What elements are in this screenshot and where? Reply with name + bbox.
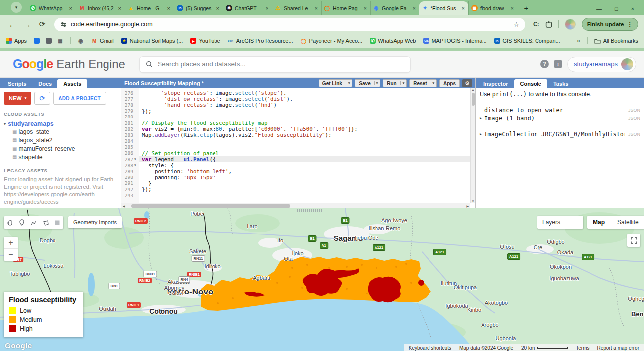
browser-tab[interactable]: ✆WhatsApp× xyxy=(27,1,76,15)
asset-item[interactable]: ▦shapefile xyxy=(12,153,117,161)
map-canvas[interactable] xyxy=(0,208,644,351)
tab-close-icon[interactable]: × xyxy=(166,5,171,11)
code-line[interactable]: }); xyxy=(139,186,470,192)
console-entry[interactable]: ▸ImageCollection JRC/GSW1_0/MonthlyHisto… xyxy=(480,130,640,138)
layers-button[interactable]: Layers xyxy=(537,216,583,229)
scroll-left-icon[interactable]: ◀ xyxy=(123,204,125,208)
bookmark-item[interactable]: ▶YouTube xyxy=(190,38,220,44)
tab-search-icon[interactable]: ▾ xyxy=(11,2,22,13)
account-menu[interactable]: studyareamaps xyxy=(567,57,636,72)
scroll-down-icon[interactable]: ▼ xyxy=(472,200,475,203)
bookmark-item[interactable]: ◯Payoneer - My Acco... xyxy=(301,38,363,44)
code-line[interactable]: }); xyxy=(139,108,470,114)
code-line[interactable]: // Set position of panel xyxy=(139,150,470,156)
map-viewport[interactable]: PobèIlaroIfoIjokoOtaSagamuIlishan-RemoAg… xyxy=(0,208,644,351)
tab-console[interactable]: Console xyxy=(514,79,547,88)
apps-shortcut[interactable]: Apps xyxy=(6,38,27,44)
report-map-error-link[interactable]: Report a map error xyxy=(597,345,639,351)
browser-tab[interactable]: ◉Google Ea× xyxy=(370,1,419,15)
code-area[interactable]: 'slope_reclass': image.select('slope'), … xyxy=(139,88,470,208)
tab-assets[interactable]: Assets xyxy=(57,79,87,88)
tab-close-icon[interactable]: × xyxy=(265,5,269,11)
rectangle-tool-icon[interactable] xyxy=(52,216,63,229)
bookmark-item[interactable]: MGmail xyxy=(91,38,114,44)
pan-tool-icon[interactable] xyxy=(4,216,16,229)
browser-tab[interactable]: ◯Home Pag× xyxy=(321,1,370,15)
minimize-icon[interactable]: — xyxy=(596,6,602,12)
code-line[interactable]: 'dist_ow_reclass': image.select('dist'), xyxy=(139,96,470,102)
tab-scripts[interactable]: Scripts xyxy=(2,79,32,88)
extensions-icon[interactable] xyxy=(545,21,552,28)
url-text[interactable]: code.earthengine.google.com xyxy=(71,21,509,28)
code-line[interactable]: var legend = ui.Panel({ xyxy=(139,156,470,162)
browser-tab[interactable]: ▦flood.draw× xyxy=(468,1,517,15)
reset-button[interactable]: Reset▾ xyxy=(409,79,437,87)
tab-close-icon[interactable]: × xyxy=(117,5,122,11)
maximize-icon[interactable]: □ xyxy=(615,6,618,12)
point-tool-icon[interactable] xyxy=(16,216,28,229)
bookmark-item[interactable]: ★National Soil Maps (... xyxy=(121,38,183,44)
help-icon[interactable]: ? xyxy=(540,60,549,68)
browser-tab[interactable]: ⚠Shared Le× xyxy=(272,1,321,15)
code-line[interactable]: // Display the flood susceptibility map xyxy=(139,120,470,126)
browser-tab[interactable]: MInbox (45,2× xyxy=(76,1,125,15)
tab-close-icon[interactable]: × xyxy=(68,5,73,11)
tab-close-icon[interactable]: × xyxy=(215,5,220,11)
pinned-shortcut[interactable] xyxy=(34,38,40,44)
all-bookmarks-button[interactable]: All Bookmarks xyxy=(594,38,638,44)
get-link-button[interactable]: Get Link▾ xyxy=(319,79,353,87)
browser-tab[interactable]: ✱ChatGPT× xyxy=(223,1,272,15)
save-button[interactable]: Save▾ xyxy=(355,79,380,87)
run-button[interactable]: Run▾ xyxy=(383,79,407,87)
account-avatar[interactable] xyxy=(621,58,633,70)
console-entry[interactable]: distance to open waterJSON xyxy=(480,106,640,114)
tab-inspector[interactable]: Inspector xyxy=(478,79,514,88)
map-type-satellite[interactable]: Satellite xyxy=(611,216,644,229)
geometry-imports-button[interactable]: Geometry Imports xyxy=(68,216,122,228)
tune-icon[interactable] xyxy=(60,21,67,28)
asset-item[interactable]: ▦lagos_state2 xyxy=(12,136,117,144)
horizontal-scroll-thumb[interactable] xyxy=(131,204,290,208)
reload-icon[interactable]: ⟳ xyxy=(36,18,49,31)
code-line[interactable]: } xyxy=(139,180,470,186)
new-asset-button[interactable]: NEW ▾ xyxy=(4,92,31,105)
editor-settings-button[interactable]: ⚙ xyxy=(462,79,472,87)
refresh-assets-button[interactable]: ⟳ xyxy=(34,92,50,105)
add-project-button[interactable]: ADD A PROJECT xyxy=(53,92,106,105)
asset-item[interactable]: ▦lagos_state xyxy=(12,127,117,136)
code-line[interactable]: 'slope_reclass': image.select('slope'), xyxy=(139,90,470,96)
fold-icon[interactable]: ▾ xyxy=(134,163,139,167)
finish-update-button[interactable]: Finish update ⋮ xyxy=(582,18,638,31)
expand-icon[interactable]: ▸ xyxy=(480,132,484,136)
expand-icon[interactable]: ▸ xyxy=(480,116,484,120)
fullscreen-button[interactable] xyxy=(627,234,640,247)
dropdown-icon[interactable]: ▾ xyxy=(374,81,380,85)
scroll-up-icon[interactable]: ▲ xyxy=(472,88,475,91)
code-line[interactable]: position: 'bottom-left', xyxy=(139,168,470,174)
dropdown-icon[interactable]: ▾ xyxy=(430,81,436,85)
zoom-in-button[interactable]: + xyxy=(4,237,18,249)
console-entry[interactable]: ▸Image (1 band)JSON xyxy=(480,114,640,122)
tab-close-icon[interactable]: × xyxy=(314,5,319,11)
code-line[interactable]: var vis2 = {min:0, max:80, palette:['c00… xyxy=(139,126,470,132)
code-line[interactable] xyxy=(139,138,470,144)
browser-tab[interactable]: in(5) Sugges× xyxy=(174,1,223,15)
bookmark-item[interactable]: GISMAPTOGIS - Interna... xyxy=(423,38,486,44)
pinned-shortcut[interactable]: ▦ xyxy=(57,38,63,44)
tree-caret-icon[interactable]: ▾ xyxy=(4,122,6,126)
tab-close-icon[interactable]: × xyxy=(510,5,515,11)
asset-item[interactable]: ▦mamuForest_reserve xyxy=(12,144,117,153)
back-icon[interactable]: ← xyxy=(6,18,19,31)
pinned-shortcut[interactable] xyxy=(46,38,52,44)
bookmark-item[interactable]: ◉ xyxy=(78,38,84,44)
close-icon[interactable]: × xyxy=(631,6,634,12)
keyboard-shortcuts-link[interactable]: Keyboard shortcuts xyxy=(409,345,451,351)
tab-tasks[interactable]: Tasks xyxy=(547,79,574,88)
panel-resize-handle[interactable] xyxy=(297,209,324,212)
code-line[interactable] xyxy=(139,114,470,120)
polygon-tool-icon[interactable] xyxy=(40,216,52,229)
tab-close-icon[interactable]: × xyxy=(461,5,466,11)
forward-icon[interactable]: → xyxy=(21,18,34,31)
code-line[interactable]: padding: '8px 15px' xyxy=(139,175,470,180)
apps-button[interactable]: Apps xyxy=(439,79,460,87)
